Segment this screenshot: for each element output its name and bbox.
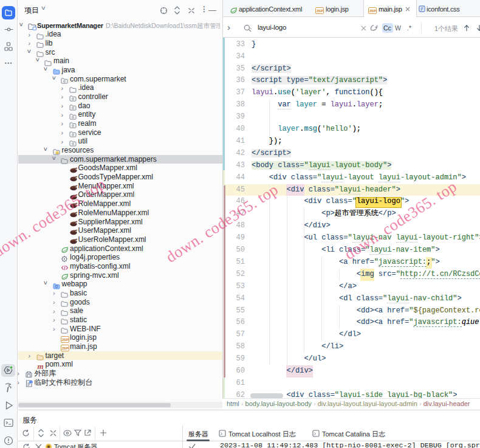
svg-text:JSP: JSP [369,9,376,13]
svg-text:JSP: JSP [61,337,69,342]
svg-text:m: m [37,363,43,370]
svg-text:JSP: JSP [61,346,69,350]
svg-text:JSP: JSP [316,9,323,13]
